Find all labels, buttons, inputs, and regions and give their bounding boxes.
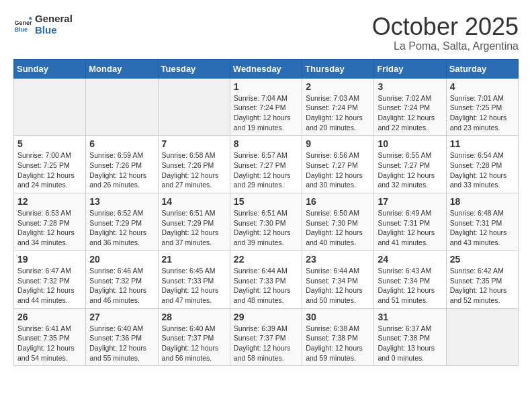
day-number: 4 xyxy=(450,81,515,92)
calendar-cell: 3Sunrise: 7:02 AM Sunset: 7:24 PM Daylig… xyxy=(374,78,446,136)
day-info: Sunrise: 6:53 AM Sunset: 7:28 PM Dayligh… xyxy=(17,208,82,248)
day-info: Sunrise: 6:46 AM Sunset: 7:32 PM Dayligh… xyxy=(89,266,154,306)
logo-icon: General Blue xyxy=(13,15,32,34)
day-number: 15 xyxy=(234,196,298,207)
weekday-header-friday: Friday xyxy=(374,59,446,78)
day-number: 31 xyxy=(378,312,442,322)
day-number: 8 xyxy=(234,138,298,149)
calendar-cell: 29Sunrise: 6:39 AM Sunset: 7:37 PM Dayli… xyxy=(230,308,302,366)
svg-text:Blue: Blue xyxy=(14,26,28,32)
day-number: 14 xyxy=(162,196,226,207)
svg-text:General: General xyxy=(14,19,32,26)
day-number: 21 xyxy=(162,254,226,265)
calendar-cell: 6Sunrise: 6:59 AM Sunset: 7:26 PM Daylig… xyxy=(86,136,158,193)
day-info: Sunrise: 6:37 AM Sunset: 7:38 PM Dayligh… xyxy=(378,324,442,363)
calendar-cell: 17Sunrise: 6:49 AM Sunset: 7:31 PM Dayli… xyxy=(374,193,446,251)
day-info: Sunrise: 7:02 AM Sunset: 7:24 PM Dayligh… xyxy=(378,93,442,133)
weekday-header-thursday: Thursday xyxy=(302,59,374,78)
calendar-cell: 10Sunrise: 6:55 AM Sunset: 7:27 PM Dayli… xyxy=(374,136,446,193)
calendar-cell: 28Sunrise: 6:40 AM Sunset: 7:37 PM Dayli… xyxy=(158,308,230,366)
location-title: La Poma, Salta, Argentina xyxy=(372,40,519,52)
calendar-cell: 11Sunrise: 6:54 AM Sunset: 7:28 PM Dayli… xyxy=(446,136,518,193)
day-number: 2 xyxy=(306,81,370,92)
month-title: October 2025 xyxy=(372,13,519,40)
calendar-cell: 15Sunrise: 6:51 AM Sunset: 7:30 PM Dayli… xyxy=(230,193,302,251)
calendar-cell: 23Sunrise: 6:44 AM Sunset: 7:34 PM Dayli… xyxy=(302,250,374,308)
day-info: Sunrise: 6:50 AM Sunset: 7:30 PM Dayligh… xyxy=(306,208,370,248)
day-number: 27 xyxy=(89,312,154,322)
calendar-cell xyxy=(446,308,518,366)
day-number: 18 xyxy=(450,196,515,207)
weekday-header-row: SundayMondayTuesdayWednesdayThursdayFrid… xyxy=(14,59,519,78)
day-info: Sunrise: 6:44 AM Sunset: 7:33 PM Dayligh… xyxy=(234,266,298,306)
day-info: Sunrise: 6:40 AM Sunset: 7:36 PM Dayligh… xyxy=(89,324,154,363)
day-number: 3 xyxy=(378,81,442,92)
day-info: Sunrise: 6:59 AM Sunset: 7:26 PM Dayligh… xyxy=(89,150,154,190)
day-number: 25 xyxy=(450,254,515,265)
calendar-cell: 31Sunrise: 6:37 AM Sunset: 7:38 PM Dayli… xyxy=(374,308,446,366)
logo-line1: General xyxy=(35,13,73,25)
day-number: 19 xyxy=(17,254,82,265)
calendar-cell: 9Sunrise: 6:56 AM Sunset: 7:27 PM Daylig… xyxy=(302,136,374,193)
day-info: Sunrise: 6:51 AM Sunset: 7:29 PM Dayligh… xyxy=(162,208,226,248)
calendar-cell: 30Sunrise: 6:38 AM Sunset: 7:38 PM Dayli… xyxy=(302,308,374,366)
calendar-cell xyxy=(86,78,158,136)
calendar-cell: 22Sunrise: 6:44 AM Sunset: 7:33 PM Dayli… xyxy=(230,250,302,308)
day-number: 12 xyxy=(17,196,82,207)
day-number: 23 xyxy=(306,254,370,265)
calendar-week-row: 12Sunrise: 6:53 AM Sunset: 7:28 PM Dayli… xyxy=(14,193,519,251)
calendar-cell: 4Sunrise: 7:01 AM Sunset: 7:25 PM Daylig… xyxy=(446,78,518,136)
day-number: 10 xyxy=(378,138,442,149)
day-info: Sunrise: 6:55 AM Sunset: 7:27 PM Dayligh… xyxy=(378,150,442,190)
day-info: Sunrise: 6:48 AM Sunset: 7:31 PM Dayligh… xyxy=(450,208,515,248)
day-number: 13 xyxy=(89,196,154,207)
logo: General Blue General Blue xyxy=(13,13,73,36)
day-info: Sunrise: 6:58 AM Sunset: 7:26 PM Dayligh… xyxy=(162,150,226,190)
day-number: 17 xyxy=(378,196,442,207)
title-area: October 2025 La Poma, Salta, Argentina xyxy=(372,13,519,52)
day-number: 20 xyxy=(89,254,154,265)
calendar-week-row: 19Sunrise: 6:47 AM Sunset: 7:32 PM Dayli… xyxy=(14,250,519,308)
day-number: 1 xyxy=(234,81,298,92)
calendar-cell: 8Sunrise: 6:57 AM Sunset: 7:27 PM Daylig… xyxy=(230,136,302,193)
day-info: Sunrise: 6:41 AM Sunset: 7:35 PM Dayligh… xyxy=(17,324,82,363)
calendar-cell xyxy=(14,78,86,136)
day-number: 11 xyxy=(450,138,515,149)
day-info: Sunrise: 7:04 AM Sunset: 7:24 PM Dayligh… xyxy=(234,93,298,133)
weekday-header-wednesday: Wednesday xyxy=(230,59,302,78)
day-info: Sunrise: 6:43 AM Sunset: 7:34 PM Dayligh… xyxy=(378,266,442,306)
day-info: Sunrise: 6:57 AM Sunset: 7:27 PM Dayligh… xyxy=(234,150,298,190)
calendar-cell: 16Sunrise: 6:50 AM Sunset: 7:30 PM Dayli… xyxy=(302,193,374,251)
day-info: Sunrise: 6:49 AM Sunset: 7:31 PM Dayligh… xyxy=(378,208,442,248)
day-number: 28 xyxy=(162,312,226,322)
day-info: Sunrise: 6:39 AM Sunset: 7:37 PM Dayligh… xyxy=(234,324,298,363)
calendar-cell: 7Sunrise: 6:58 AM Sunset: 7:26 PM Daylig… xyxy=(158,136,230,193)
day-number: 9 xyxy=(306,138,370,149)
day-info: Sunrise: 7:03 AM Sunset: 7:24 PM Dayligh… xyxy=(306,93,370,133)
day-info: Sunrise: 6:44 AM Sunset: 7:34 PM Dayligh… xyxy=(306,266,370,306)
calendar-cell: 24Sunrise: 6:43 AM Sunset: 7:34 PM Dayli… xyxy=(374,250,446,308)
day-number: 5 xyxy=(17,138,82,149)
calendar-week-row: 1Sunrise: 7:04 AM Sunset: 7:24 PM Daylig… xyxy=(14,78,519,136)
day-number: 30 xyxy=(306,312,370,322)
day-number: 26 xyxy=(17,312,82,322)
day-number: 7 xyxy=(162,138,226,149)
weekday-header-tuesday: Tuesday xyxy=(158,59,230,78)
calendar-cell: 26Sunrise: 6:41 AM Sunset: 7:35 PM Dayli… xyxy=(14,308,86,366)
day-number: 22 xyxy=(234,254,298,265)
day-info: Sunrise: 6:52 AM Sunset: 7:29 PM Dayligh… xyxy=(89,208,154,248)
calendar-cell: 1Sunrise: 7:04 AM Sunset: 7:24 PM Daylig… xyxy=(230,78,302,136)
day-number: 24 xyxy=(378,254,442,265)
calendar-cell: 20Sunrise: 6:46 AM Sunset: 7:32 PM Dayli… xyxy=(86,250,158,308)
calendar-week-row: 26Sunrise: 6:41 AM Sunset: 7:35 PM Dayli… xyxy=(14,308,519,366)
day-info: Sunrise: 7:01 AM Sunset: 7:25 PM Dayligh… xyxy=(450,93,515,133)
page-header: General Blue General Blue October 2025 L… xyxy=(13,13,519,52)
calendar-cell: 21Sunrise: 6:45 AM Sunset: 7:33 PM Dayli… xyxy=(158,250,230,308)
calendar-cell: 25Sunrise: 6:42 AM Sunset: 7:35 PM Dayli… xyxy=(446,250,518,308)
day-info: Sunrise: 7:00 AM Sunset: 7:25 PM Dayligh… xyxy=(17,150,82,190)
day-number: 6 xyxy=(89,138,154,149)
day-info: Sunrise: 6:42 AM Sunset: 7:35 PM Dayligh… xyxy=(450,266,515,306)
calendar-cell: 18Sunrise: 6:48 AM Sunset: 7:31 PM Dayli… xyxy=(446,193,518,251)
day-info: Sunrise: 6:40 AM Sunset: 7:37 PM Dayligh… xyxy=(162,324,226,363)
calendar-cell xyxy=(158,78,230,136)
